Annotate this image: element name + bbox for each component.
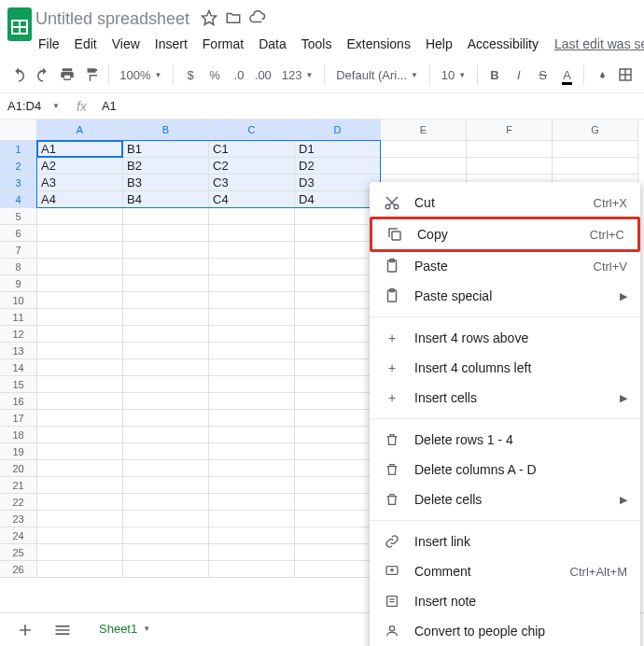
cell[interactable] [37, 410, 123, 427]
cell[interactable] [209, 292, 295, 309]
cell[interactable] [209, 275, 295, 292]
ctx-paste[interactable]: Paste Ctrl+V [370, 251, 640, 281]
cell[interactable]: C2 [209, 158, 295, 175]
row-header-3[interactable]: 3 [0, 175, 37, 191]
menu-tools[interactable]: Tools [295, 33, 339, 55]
row-header-7[interactable]: 7 [0, 242, 37, 259]
row-header-5[interactable]: 5 [0, 208, 37, 225]
cell[interactable] [209, 427, 295, 443]
ctx-insert-note[interactable]: Insert note [370, 586, 640, 616]
row-header-20[interactable]: 20 [0, 460, 37, 477]
zoom-dropdown[interactable]: 100%▼ [114, 62, 167, 88]
paint-format-button[interactable] [80, 61, 103, 89]
more-formats-dropdown[interactable]: 123▼ [276, 62, 319, 88]
cell[interactable] [37, 208, 123, 225]
cell[interactable] [295, 343, 381, 359]
cell[interactable] [123, 427, 209, 443]
row-header-12[interactable]: 12 [0, 326, 37, 343]
row-header-6[interactable]: 6 [0, 225, 37, 242]
strikethrough-button[interactable]: S [532, 61, 554, 89]
cell[interactable]: C1 [209, 141, 295, 158]
ctx-comment[interactable]: Comment Ctrl+Alt+M [370, 556, 640, 586]
cell[interactable] [37, 225, 123, 242]
cell[interactable] [37, 477, 123, 494]
row-header-4[interactable]: 4 [0, 191, 37, 208]
cell[interactable] [209, 242, 295, 259]
row-header-26[interactable]: 26 [0, 561, 37, 578]
col-header-F[interactable]: F [467, 119, 553, 141]
cell[interactable] [123, 326, 209, 343]
ctx-insert-rows[interactable]: + Insert 4 rows above [370, 323, 640, 353]
ctx-cut[interactable]: Cut Ctrl+X [370, 188, 640, 218]
cell[interactable] [123, 494, 209, 511]
bold-button[interactable]: B [483, 61, 506, 89]
cell[interactable] [209, 460, 295, 477]
cell[interactable] [295, 225, 381, 242]
cell[interactable] [123, 561, 209, 578]
cloud-status-icon[interactable] [249, 9, 266, 29]
cell[interactable] [295, 275, 381, 292]
cell[interactable] [37, 527, 123, 544]
sheets-logo[interactable] [7, 6, 32, 43]
cell[interactable] [209, 259, 295, 275]
cell[interactable]: B4 [123, 191, 209, 208]
cell[interactable] [209, 309, 295, 326]
cell[interactable]: B2 [123, 158, 209, 175]
cell[interactable] [295, 208, 381, 225]
cell[interactable] [37, 544, 123, 561]
cell[interactable] [295, 309, 381, 326]
cell[interactable] [37, 359, 123, 376]
cell[interactable] [209, 494, 295, 511]
print-button[interactable] [56, 61, 78, 89]
text-color-button[interactable]: A [556, 61, 579, 89]
cell[interactable] [37, 292, 123, 309]
last-edit-link[interactable]: Last edit was second [554, 36, 644, 51]
cell[interactable] [467, 158, 553, 175]
decrease-decimal-button[interactable]: .0 [228, 61, 250, 89]
cell[interactable] [295, 393, 381, 410]
cell[interactable] [295, 292, 381, 309]
row-header-23[interactable]: 23 [0, 511, 37, 527]
cell[interactable]: C4 [209, 191, 295, 208]
cell[interactable] [123, 292, 209, 309]
cell[interactable] [37, 343, 123, 359]
cell[interactable]: A1 [37, 141, 123, 158]
menu-edit[interactable]: Edit [68, 33, 104, 55]
cell[interactable] [209, 527, 295, 544]
cell[interactable]: A2 [37, 158, 123, 175]
cell[interactable]: C3 [209, 175, 295, 191]
cell[interactable] [381, 141, 467, 158]
cell[interactable]: A4 [37, 191, 123, 208]
cell[interactable] [123, 343, 209, 359]
cell[interactable] [467, 141, 553, 158]
cell[interactable] [295, 494, 381, 511]
ctx-copy[interactable]: Copy Ctrl+C [372, 219, 637, 249]
cell[interactable] [209, 359, 295, 376]
sheet-tab-menu-icon[interactable]: ▼ [143, 625, 150, 633]
formula-input[interactable]: A1 [96, 99, 644, 113]
increase-decimal-button[interactable]: .00 [252, 61, 274, 89]
ctx-people-chip[interactable]: Convert to people chip [370, 616, 640, 646]
cell[interactable] [123, 511, 209, 527]
cell[interactable] [295, 460, 381, 477]
italic-button[interactable]: I [508, 61, 530, 89]
cell[interactable]: B3 [123, 175, 209, 191]
cell[interactable]: D2 [295, 158, 381, 175]
font-dropdown[interactable]: Default (Ari...▼ [330, 62, 424, 88]
row-header-9[interactable]: 9 [0, 275, 37, 292]
font-size-dropdown[interactable]: 10▼ [436, 62, 471, 88]
ctx-delete-cells[interactable]: Delete cells ▶ [370, 484, 640, 514]
col-header-D[interactable]: D [295, 119, 381, 141]
col-header-C[interactable]: C [209, 119, 295, 141]
cell[interactable] [209, 343, 295, 359]
row-header-15[interactable]: 15 [0, 376, 37, 393]
cell[interactable] [209, 208, 295, 225]
row-header-13[interactable]: 13 [0, 343, 37, 359]
cell[interactable] [295, 359, 381, 376]
row-header-25[interactable]: 25 [0, 544, 37, 561]
cell[interactable] [37, 511, 123, 527]
ctx-insert-link[interactable]: Insert link [370, 527, 640, 556]
cell[interactable] [295, 259, 381, 275]
row-header-1[interactable]: 1 [0, 141, 37, 158]
menu-extensions[interactable]: Extensions [340, 33, 416, 55]
